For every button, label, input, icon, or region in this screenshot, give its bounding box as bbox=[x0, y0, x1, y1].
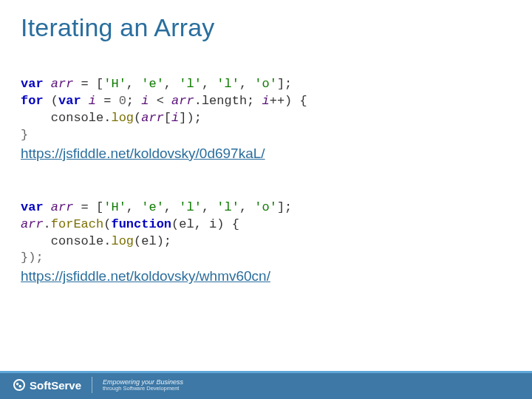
string: 'l' bbox=[179, 200, 202, 214]
text: ( bbox=[103, 217, 111, 231]
function: log bbox=[111, 111, 134, 125]
string: 'l' bbox=[216, 77, 239, 91]
footer-tagline: Empowering your Business through Softwar… bbox=[103, 378, 183, 392]
text: = [ bbox=[73, 200, 103, 214]
number: 0 bbox=[119, 94, 126, 108]
string: 'H' bbox=[103, 77, 126, 91]
string: 'H' bbox=[103, 200, 126, 214]
text: , bbox=[202, 200, 216, 214]
keyword: var bbox=[21, 200, 44, 214]
text: ]; bbox=[277, 77, 292, 91]
identifier: arr bbox=[171, 94, 194, 108]
logo-icon bbox=[13, 379, 25, 391]
text: length bbox=[202, 94, 247, 108]
text: , bbox=[239, 77, 254, 91]
text: , bbox=[239, 200, 254, 214]
slide: Iterating an Array var arr = ['H', 'e', … bbox=[0, 0, 532, 399]
keyword: var bbox=[58, 94, 81, 108]
string: 'l' bbox=[179, 77, 202, 91]
text: ( bbox=[134, 111, 141, 125]
jsfiddle-link-for-loop[interactable]: https://jsfiddle.net/koldovsky/0d697kaL/ bbox=[21, 146, 511, 162]
string: 'e' bbox=[141, 200, 164, 214]
string: 'o' bbox=[254, 77, 277, 91]
text: . bbox=[44, 217, 51, 231]
text: ]); bbox=[179, 111, 202, 125]
footer-divider bbox=[92, 377, 92, 393]
function: forEach bbox=[51, 217, 103, 231]
text: (el, i) { bbox=[171, 217, 239, 231]
text: < bbox=[149, 94, 171, 108]
page-title: Iterating an Array bbox=[21, 13, 215, 42]
identifier: i bbox=[171, 111, 179, 125]
text: console bbox=[51, 234, 103, 248]
jsfiddle-link-foreach[interactable]: https://jsfiddle.net/koldovsky/whmv60cn/ bbox=[21, 268, 511, 284]
text: , bbox=[126, 77, 141, 91]
text bbox=[81, 94, 89, 108]
tagline-line-2: through Software Development bbox=[103, 386, 183, 392]
brace: } bbox=[21, 128, 28, 142]
text: ]; bbox=[277, 200, 292, 214]
text: , bbox=[126, 200, 141, 214]
code-block-for-loop: var arr = ['H', 'e', 'l', 'l', 'o']; for… bbox=[21, 59, 511, 144]
brand-name: SoftServe bbox=[30, 379, 81, 392]
text: = bbox=[96, 94, 119, 108]
string: 'o' bbox=[254, 200, 277, 214]
text: . bbox=[103, 111, 111, 125]
footer-bar: SoftServe Empowering your Business throu… bbox=[0, 371, 532, 399]
code-block-foreach: var arr = ['H', 'e', 'l', 'l', 'o']; arr… bbox=[21, 183, 511, 267]
text: , bbox=[164, 200, 179, 214]
identifier: i bbox=[262, 94, 270, 108]
content-area: var arr = ['H', 'e', 'l', 'l', 'o']; for… bbox=[21, 59, 511, 301]
string: 'e' bbox=[141, 77, 164, 91]
keyword: for bbox=[21, 94, 44, 108]
text: ( bbox=[44, 94, 58, 108]
footer-accent bbox=[0, 371, 532, 373]
identifier: i bbox=[89, 94, 96, 108]
brace: }); bbox=[21, 250, 44, 265]
identifier: arr bbox=[51, 200, 74, 214]
identifier: arr bbox=[141, 111, 164, 125]
identifier: arr bbox=[21, 217, 44, 231]
keyword: var bbox=[21, 77, 44, 91]
keyword: function bbox=[111, 217, 171, 231]
text: console bbox=[51, 111, 103, 125]
text: [ bbox=[164, 111, 171, 125]
brand-logo: SoftServe bbox=[13, 379, 81, 392]
indent bbox=[21, 234, 51, 248]
text: ; bbox=[126, 94, 141, 108]
text: ; bbox=[247, 94, 262, 108]
text: ++) { bbox=[270, 94, 307, 108]
text: . bbox=[194, 94, 202, 108]
text: . bbox=[103, 234, 111, 248]
text: (el); bbox=[134, 234, 171, 248]
text: , bbox=[164, 77, 179, 91]
text: = [ bbox=[73, 77, 103, 91]
identifier: i bbox=[141, 94, 149, 108]
string: 'l' bbox=[216, 200, 239, 214]
indent bbox=[21, 111, 51, 125]
text: , bbox=[202, 77, 216, 91]
identifier: arr bbox=[51, 77, 74, 91]
function: log bbox=[111, 234, 134, 248]
